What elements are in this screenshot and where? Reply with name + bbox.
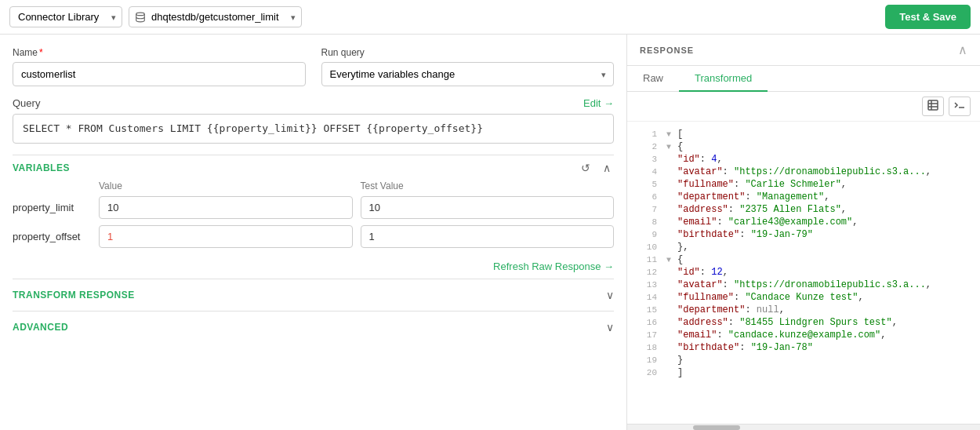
line-content: "avatar": "https://dronamobilepublic.s3.… <box>677 166 931 177</box>
run-query-select[interactable]: Everytime variables change <box>321 62 615 86</box>
json-view-button[interactable] <box>949 97 971 116</box>
line-toggle-icon[interactable]: ▼ <box>666 130 677 139</box>
left-panel: Name* Run query Everytime variables chan… <box>0 35 627 430</box>
json-line: 19 } <box>627 354 980 366</box>
line-content: "birthdate": "19-Jan-79" <box>677 229 813 240</box>
line-number: 2 <box>627 142 666 151</box>
form-row-name-run: Name* Run query Everytime variables chan… <box>13 47 614 86</box>
refresh-variables-button[interactable]: ↺ <box>578 160 593 176</box>
variables-controls: ↺ ∧ <box>578 160 614 176</box>
name-input[interactable] <box>13 62 306 86</box>
line-content: "fullname": "Carlie Schmeler", <box>677 179 847 190</box>
json-viewer[interactable]: 1▼[2▼ {3 "id": 4,4 "avatar": "https://dr… <box>627 122 980 424</box>
run-query-group: Run query Everytime variables change <box>321 47 615 86</box>
line-number: 13 <box>627 280 666 290</box>
line-number: 14 <box>627 293 666 302</box>
table-view-button[interactable] <box>922 97 944 116</box>
json-line: 11▼ { <box>627 253 980 266</box>
line-content: "fullname": "Candace Kunze test", <box>677 292 864 303</box>
line-content: "id": 4, <box>677 154 723 165</box>
transform-response-chevron-icon: ∨ <box>606 289 614 301</box>
refresh-row: Refresh Raw Response → <box>13 254 614 279</box>
response-toolbar <box>627 92 980 122</box>
json-line: 20] <box>627 366 980 379</box>
var-value-property-limit[interactable] <box>99 196 353 219</box>
tab-raw[interactable]: Raw <box>627 66 679 92</box>
json-line: 3 "id": 4, <box>627 153 980 166</box>
name-label: Name* <box>13 47 306 58</box>
horizontal-scrollbar[interactable] <box>627 424 980 430</box>
var-name-property-offset: property_offset <box>13 231 91 242</box>
variables-header-row: Value Test Value <box>13 180 614 191</box>
query-header: Query Edit → <box>13 97 614 109</box>
line-content: "avatar": "https://dronamobilepublic.s3.… <box>677 279 931 290</box>
line-content: "department": null, <box>677 304 785 315</box>
line-toggle-icon[interactable]: ▼ <box>666 256 677 264</box>
line-content: }, <box>677 242 688 253</box>
json-line: 10 }, <box>627 241 980 253</box>
var-test-value-property-offset[interactable] <box>361 225 615 248</box>
edit-link[interactable]: Edit → <box>583 97 614 109</box>
line-number: 9 <box>627 230 666 239</box>
line-content: "department": "Management", <box>677 191 829 202</box>
top-bar-left: Connector Library dhqtestdb/getcustomer_… <box>9 6 302 27</box>
json-line: 9 "birthdate": "19-Jan-79" <box>627 228 980 241</box>
connector-library-select-wrap: Connector Library <box>9 6 122 27</box>
right-panel: RESPONSE ∧ Raw Transformed <box>627 35 980 430</box>
line-content: { <box>677 141 683 152</box>
json-line: 13 "avatar": "https://dronamobilepublic.… <box>627 279 980 291</box>
test-save-button[interactable]: Test & Save <box>885 5 971 29</box>
line-number: 11 <box>627 255 666 264</box>
name-group: Name* <box>13 47 306 86</box>
line-content: "birthdate": "19-Jan-78" <box>677 342 813 353</box>
refresh-raw-response-link[interactable]: Refresh Raw Response → <box>493 261 614 272</box>
value-col-header: Value <box>99 180 353 191</box>
transform-response-title: TRANSFORM RESPONSE <box>13 290 135 301</box>
response-header: RESPONSE ∧ <box>627 35 980 66</box>
line-number: 17 <box>627 330 666 340</box>
tab-transformed[interactable]: Transformed <box>679 66 768 92</box>
json-line: 18 "birthdate": "19-Jan-78" <box>627 341 980 354</box>
run-query-select-wrap: Everytime variables change <box>321 62 615 86</box>
svg-rect-0 <box>928 100 938 110</box>
connector-library-select[interactable]: Connector Library <box>9 6 122 27</box>
response-title: RESPONSE <box>640 46 694 55</box>
line-content: "address": "81455 Lindgren Spurs test", <box>677 317 898 328</box>
var-test-value-property-limit[interactable] <box>361 196 615 219</box>
advanced-header[interactable]: ADVANCED ∨ <box>13 312 614 343</box>
json-line: 5 "fullname": "Carlie Schmeler", <box>627 178 980 191</box>
var-name-property-limit: property_limit <box>13 202 91 213</box>
collapse-response-icon[interactable]: ∧ <box>958 42 967 57</box>
json-line: 8 "email": "carlie43@example.com", <box>627 216 980 228</box>
transform-response-header[interactable]: TRANSFORM RESPONSE ∨ <box>13 279 614 311</box>
top-bar: Connector Library dhqtestdb/getcustomer_… <box>0 0 980 35</box>
line-number: 5 <box>627 180 666 189</box>
db-path-select[interactable]: dhqtestdb/getcustomer_limit <box>129 6 302 27</box>
json-line: 15 "department": null, <box>627 304 980 316</box>
line-number: 16 <box>627 318 666 327</box>
json-line: 12 "id": 12, <box>627 266 980 279</box>
json-line: 4 "avatar": "https://dronamobilepublic.s… <box>627 166 980 178</box>
line-number: 1 <box>627 129 666 139</box>
line-number: 7 <box>627 205 666 214</box>
name-required-asterisk: * <box>39 47 43 58</box>
db-path-select-wrap: dhqtestdb/getcustomer_limit <box>129 6 302 27</box>
query-label: Query <box>13 97 40 109</box>
line-content: ] <box>677 367 683 378</box>
tab-spacer <box>768 66 980 91</box>
query-display: SELECT * FROM Customers LIMIT {{property… <box>13 114 614 144</box>
json-line: 7 "address": "2375 Allen Flats", <box>627 203 980 216</box>
collapse-variables-button[interactable]: ∧ <box>600 160 614 176</box>
line-content: "id": 12, <box>677 267 728 278</box>
json-line: 2▼ { <box>627 140 980 153</box>
variables-title: VARIABLES <box>13 162 70 173</box>
line-number: 20 <box>627 368 666 377</box>
variable-row-property-limit: property_limit <box>13 196 614 219</box>
json-line: 6 "department": "Management", <box>627 191 980 203</box>
main-layout: Name* Run query Everytime variables chan… <box>0 35 980 430</box>
response-tabs: Raw Transformed <box>627 66 980 92</box>
variable-row-property-offset: property_offset <box>13 225 614 248</box>
scrollbar-thumb[interactable] <box>693 425 740 430</box>
var-value-property-offset[interactable] <box>99 225 353 248</box>
line-toggle-icon[interactable]: ▼ <box>666 143 677 151</box>
